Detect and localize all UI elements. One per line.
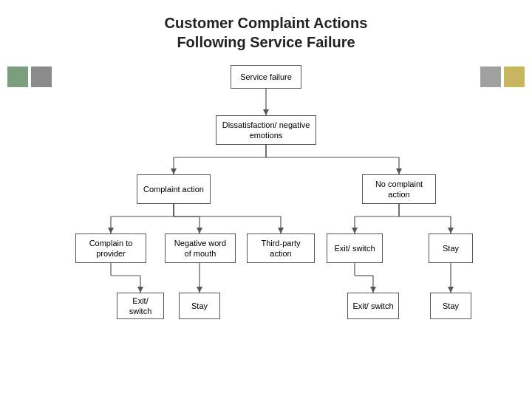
node-dissatisfaction: Dissatisfaction/ negative emotions: [216, 115, 316, 145]
node-stay-right: Stay: [429, 233, 473, 263]
svg-marker-1: [263, 109, 269, 115]
svg-marker-25: [137, 287, 143, 293]
corner-block-yellow: [504, 66, 525, 87]
svg-marker-9: [396, 168, 402, 174]
svg-marker-5: [171, 168, 177, 174]
page-title: Customer Complaint Actions Following Ser…: [0, 13, 532, 52]
node-stay-right-bottom: Stay: [430, 293, 471, 319]
svg-marker-35: [448, 228, 454, 233]
corner-block-green: [7, 66, 28, 87]
svg-marker-39: [370, 287, 376, 293]
node-service-failure: Service failure: [231, 65, 301, 89]
flowchart: Service failure Dissatisfaction/ negativ…: [37, 58, 495, 368]
svg-marker-41: [448, 287, 454, 293]
node-third-party-action: Third-party action: [247, 233, 315, 263]
node-exit-switch-right: Exit/ switch: [327, 233, 383, 263]
node-no-complaint-action: No complaint action: [362, 174, 436, 204]
title-area: Customer Complaint Actions Following Ser…: [0, 0, 532, 58]
node-negative-word-of-mouth: Negative word of mouth: [165, 233, 236, 263]
node-exit-switch-left: Exit/ switch: [117, 293, 164, 319]
node-complain-to-provider: Complain to provider: [75, 233, 146, 263]
svg-marker-31: [352, 228, 358, 233]
svg-marker-27: [197, 287, 202, 293]
node-complaint-action: Complaint action: [137, 174, 211, 204]
svg-marker-21: [278, 228, 284, 233]
node-exit-switch-right-bottom: Exit/ switch: [347, 293, 399, 319]
node-stay-left: Stay: [179, 293, 220, 319]
page-container: Customer Complaint Actions Following Ser…: [0, 0, 532, 399]
flowchart-lines: [37, 58, 495, 368]
svg-marker-17: [197, 228, 202, 233]
svg-marker-13: [108, 228, 114, 233]
